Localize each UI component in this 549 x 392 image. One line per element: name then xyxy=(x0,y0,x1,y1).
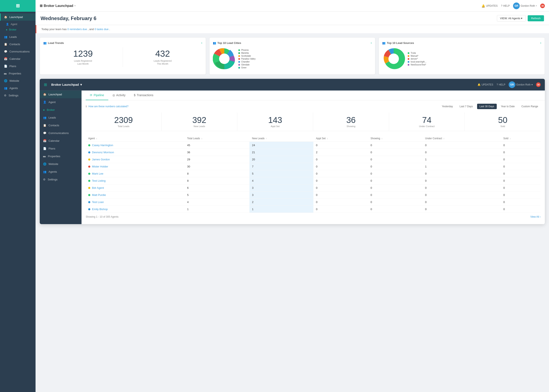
stat-showing: 36 Showing xyxy=(313,112,389,131)
view-all-link[interactable]: View All › xyxy=(530,215,541,218)
agent-name-link[interactable]: Mister Holder xyxy=(88,165,182,168)
second-sidebar-agents[interactable]: 👥 Agents xyxy=(40,168,81,176)
sort-total-leads-icon[interactable]: ↕ xyxy=(201,137,202,140)
cell-showing: 0 xyxy=(368,206,423,213)
agent-name-link[interactable]: Casey Harrington xyxy=(88,144,182,147)
sort-showing-icon[interactable]: ↕ xyxy=(382,137,382,140)
tab-pipeline[interactable]: ⟳ Pipeline xyxy=(86,91,108,100)
lead-trends-icon: 👥 xyxy=(43,41,47,44)
second-sidebar-calendar[interactable]: 📅 Calendar xyxy=(40,137,81,145)
sidebar-navigation: 🏠 Launchpad 👤 Agent ● Broker 👥 Leads 📋 C… xyxy=(0,12,35,392)
sidebar-item-agent[interactable]: 👤 Agent xyxy=(0,21,35,27)
cell-sold: 0 xyxy=(501,184,541,191)
table-header: Agent ↕ Total Leads ↕ New Leads ↑ Appt S… xyxy=(86,135,541,142)
refresh-button[interactable]: Refresh xyxy=(528,15,544,21)
tasks-link[interactable]: 0 tasks due xyxy=(95,28,109,31)
filter-last-30-days[interactable]: Last 30 Days xyxy=(477,104,497,109)
tab-transactions[interactable]: $ Transactions xyxy=(130,91,157,100)
cell-new-leads: 5 xyxy=(250,170,313,177)
sidebar-item-communications[interactable]: 💬 Communications xyxy=(0,48,35,55)
reminders-link[interactable]: 0 reminders due xyxy=(67,28,87,31)
updates-link[interactable]: 🔔 UPDATES xyxy=(481,4,498,7)
legend-greer: Greer xyxy=(238,66,372,69)
panel-updates-link[interactable]: 🔔 UPDATES xyxy=(478,83,493,86)
calc-link[interactable]: ℹ How are these numbers calculated? xyxy=(86,105,128,108)
filter-year-to-date[interactable]: Year to Date xyxy=(498,104,517,109)
legend-paradiso: Paradiso Valley xyxy=(238,58,372,60)
second-sidebar-settings[interactable]: ⚙ Settings xyxy=(40,176,81,183)
alert-text-before: Today your team has xyxy=(42,28,67,31)
cell-showing: 0 xyxy=(368,149,423,156)
stat-appt-set-number: 143 xyxy=(239,116,311,124)
legend-scottsdale: Scottsdale xyxy=(238,55,372,57)
agent-name-link[interactable]: Test Listing xyxy=(88,179,182,182)
second-sidebar-agent[interactable]: 👤 Agent xyxy=(40,98,81,106)
agent-name-link[interactable]: Mark Lee xyxy=(88,172,182,175)
agent-name-link[interactable]: Emily Bishop xyxy=(88,208,182,211)
table-row: Emily Bishop 1 1 0 0 0 0 xyxy=(86,206,541,213)
sidebar-item-properties[interactable]: 🏘 Properties xyxy=(0,70,35,77)
agent-name-link[interactable]: James Gordon xyxy=(88,158,182,161)
sidebar-item-plans[interactable]: 📄 Plans xyxy=(0,63,35,70)
second-sidebar-plans[interactable]: 📄 Plans xyxy=(40,145,81,152)
agent-name-link[interactable]: Bdr Agent xyxy=(88,186,182,189)
sidebar-item-launchpad[interactable]: 🏠 Launchpad xyxy=(0,13,35,21)
agent-name-link[interactable]: Devnonz Morrison xyxy=(88,151,182,154)
second-contacts-icon: 📋 xyxy=(43,124,46,127)
second-sidebar-communications[interactable]: 💬 Communications xyxy=(40,129,81,137)
sidebar-item-website[interactable]: 🌐 Website xyxy=(0,77,35,84)
lead-trends-expand-icon[interactable]: › xyxy=(201,41,202,45)
view-all-agents-button[interactable]: VIEW: All Agents ▾ xyxy=(497,15,526,21)
sort-contract-icon[interactable]: ↕ xyxy=(444,137,445,140)
panel-user-profile[interactable]: GR Gordon Roth ▾ xyxy=(509,81,533,88)
second-sidebar-launchpad[interactable]: 🏠 Launchpad xyxy=(40,91,81,98)
help-link[interactable]: ? HELP xyxy=(501,4,510,7)
cities-expand-icon[interactable]: › xyxy=(371,41,372,45)
sort-appt-icon[interactable]: ↕ xyxy=(327,137,328,140)
second-sidebar-broker[interactable]: ● Broker xyxy=(40,106,81,114)
cell-total-leads: 8 xyxy=(185,170,250,177)
second-calendar-icon: 📅 xyxy=(43,139,46,142)
plans-icon: 📄 xyxy=(4,65,7,68)
dashboard-content: 👥 Lead Trends › 1239 Leads RegisteredLas… xyxy=(35,33,549,392)
second-sidebar-website[interactable]: 🌐 Website xyxy=(40,160,81,168)
stat-total-leads-label: Total Leads xyxy=(87,125,160,127)
sidebar-item-settings[interactable]: ⚙ Settings xyxy=(0,92,35,99)
second-sidebar-leads[interactable]: 👥 Leads xyxy=(40,114,81,121)
panel-title[interactable]: Broker Launchpad ▾ xyxy=(51,83,82,87)
cell-agent-name: Mister Holder xyxy=(86,163,185,170)
filter-yesterday[interactable]: Yesterday xyxy=(439,104,455,109)
stat-appt-set: 143 Appt Set xyxy=(237,112,313,131)
legend-local-search: local.searchgth... xyxy=(408,61,541,63)
tab-activity[interactable]: ◎ Activity xyxy=(108,91,130,100)
logo-icon: ⊞ xyxy=(16,3,20,9)
filter-last-7-days[interactable]: Last 7 Days xyxy=(457,104,475,109)
sort-sold-icon[interactable]: ↕ xyxy=(510,137,511,140)
panel-help-icon: ? xyxy=(497,83,498,86)
second-sidebar-properties[interactable]: 🏘 Properties xyxy=(40,152,81,160)
legend-marietta: Marietta xyxy=(238,52,372,54)
agent-status-dot xyxy=(88,187,90,189)
sort-agent-icon[interactable]: ↕ xyxy=(96,137,97,140)
stat-sold: 50 Sold xyxy=(465,112,541,131)
agent-name-link[interactable]: Test Loan xyxy=(88,201,182,204)
col-showing: Showing ↕ xyxy=(368,135,423,142)
sources-expand-icon[interactable]: › xyxy=(540,41,541,45)
sidebar-item-agents[interactable]: 👥 Agents xyxy=(0,84,35,92)
second-sidebar-contacts[interactable]: 📋 Contacts xyxy=(40,121,81,129)
cell-total-leads: 6 xyxy=(185,184,250,191)
sort-new-leads-icon[interactable]: ↑ xyxy=(266,137,267,140)
card-header-sources: 👥 Top 10 Lead Sources › xyxy=(382,41,541,45)
user-profile[interactable]: GR Gordon Roth ▾ xyxy=(513,2,537,9)
sidebar-item-calendar[interactable]: 📅 Calendar xyxy=(0,55,35,63)
help-label: HELP xyxy=(503,4,510,7)
agent-name-link[interactable]: Matt Purdie xyxy=(88,193,182,196)
top-nav-right: 🔔 UPDATES ? HELP GR Gordon Roth ▾ 30 xyxy=(481,2,545,9)
sidebar-item-leads[interactable]: 👥 Leads xyxy=(0,33,35,41)
sidebar-item-broker[interactable]: ● Broker xyxy=(0,27,35,32)
app-title[interactable]: ⊞ Broker Launchpad ▾ xyxy=(40,4,76,8)
filter-custom-range[interactable]: Custom Range xyxy=(519,104,541,109)
panel-help-link[interactable]: ? HELP xyxy=(497,83,505,86)
sidebar-item-contacts[interactable]: 📋 Contacts xyxy=(0,41,35,48)
cell-showing: 0 xyxy=(368,142,423,149)
